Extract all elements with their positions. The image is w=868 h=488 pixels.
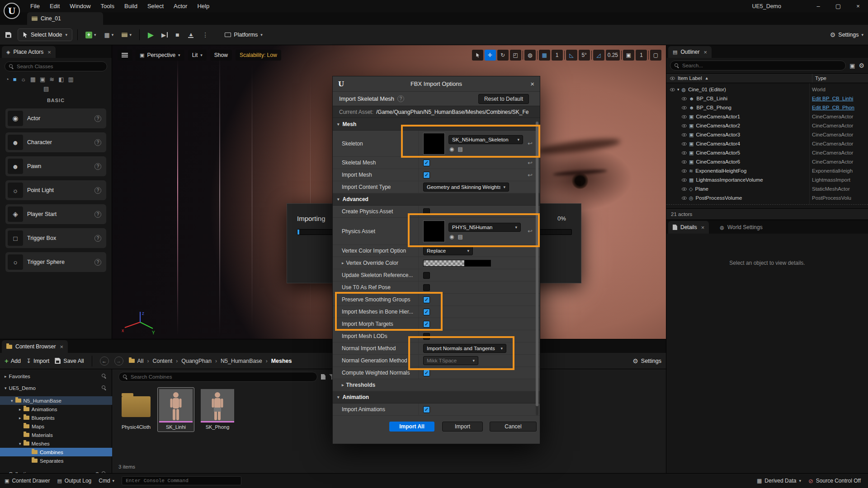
reset-property-icon[interactable]: ↩ [528,172,533,178]
help-icon[interactable]: ? [94,259,101,266]
outliner-row[interactable]: ▣CineCameraActor5CineCameraActor [666,148,868,157]
tab-content-browser[interactable]: Content Browser × [2,340,68,353]
save-icon[interactable] [5,32,11,38]
lit-dropdown[interactable]: Lit ▾ [188,50,207,61]
move-tool-button[interactable]: ✛ [485,50,496,61]
grid-snap-toggle[interactable]: ▦ [539,50,550,61]
vertex-color-import-dropdown[interactable]: Replace▾ [423,246,473,255]
use-selected-icon[interactable]: ◉ [449,146,454,152]
perspective-dropdown[interactable]: ▣ Perspective ▾ [136,50,184,61]
scrollbar-thumb[interactable] [536,122,538,406]
launch-button[interactable]: ▲ [188,32,193,38]
physics-asset-dropdown[interactable]: PHYS_N5Human▾ [448,223,521,232]
recently-placed-icon[interactable]: ◔ [5,76,9,83]
reset-property-icon[interactable]: ↩ [528,160,533,166]
reset-to-default-button[interactable]: Reset to Default [478,94,529,104]
browse-to-asset-icon[interactable]: ▤ [458,146,462,152]
help-icon[interactable]: ? [94,139,101,146]
search-classes-input[interactable] [17,64,103,69]
reset-property-icon[interactable]: ↩ [528,228,533,235]
menu-select[interactable]: Select [142,0,169,12]
window-maximize-icon[interactable]: ▢ [828,0,848,12]
play-options-kebab-icon[interactable]: ⋮ [199,31,211,38]
outliner-row[interactable]: ▣CineCameraActor6CineCameraActor [666,157,868,166]
import-button[interactable]: Import [442,422,483,432]
basic-category-icon[interactable]: ■ [13,76,17,83]
visibility-eye-icon[interactable] [682,197,687,200]
tree-item-separates[interactable]: Separates [0,456,112,465]
help-icon[interactable]: ? [94,163,101,170]
help-icon[interactable]: ? [94,235,101,242]
import-animations-checkbox[interactable] [423,406,430,413]
breadcrumb-content[interactable]: Content [152,358,172,364]
camera-speed-icon[interactable]: ▣ [623,50,634,61]
tree-item-combines[interactable]: Combines [0,448,112,456]
visibility-eye-icon[interactable] [682,169,687,173]
import-meshes-in-bone-hierarchy-checkbox[interactable] [423,309,430,315]
update-skeleton-reference-checkbox[interactable] [423,272,430,279]
asset-search[interactable] [118,372,317,382]
save-all-button[interactable]: Save All [55,358,84,364]
all-classes-icon[interactable]: ▤ [43,85,49,92]
visibility-eye-icon[interactable] [682,115,687,118]
close-icon[interactable]: × [47,49,51,56]
visibility-eye-icon[interactable] [682,124,687,127]
search-icon[interactable] [102,385,107,390]
maximize-viewport-icon[interactable]: ▢ [650,50,661,61]
breadcrumb-all[interactable]: All [137,358,144,364]
close-icon[interactable]: × [703,49,707,56]
breadcrumb-quangphan[interactable]: QuangPhan [181,358,212,364]
outliner-row[interactable]: ◎PostProcessVolumePostProcessVolu [666,193,868,202]
outliner-row[interactable]: ▾◍Cine_01 (Editor)World [666,85,868,94]
close-icon[interactable]: × [701,224,705,231]
tree-item-maps[interactable]: Maps [0,422,112,431]
tree-item-meshes[interactable]: ▾Meshes [0,439,112,448]
import-mesh-lods-checkbox[interactable] [423,333,430,340]
reset-property-icon[interactable]: ↩ [528,140,533,147]
scale-snap-value[interactable]: 0.25 [606,50,620,61]
section-advanced[interactable]: ▾Advanced [333,193,540,206]
add-actor-dropdown[interactable]: + ▾ [83,32,99,38]
section-mesh[interactable]: ▾Mesh [333,118,540,131]
outliner-row[interactable]: ▣CineCameraActor2CineCameraActor [666,121,868,130]
tab-cine-01[interactable]: Cine_01 [27,12,103,25]
derived-data-button[interactable]: ▦ Derived Data ▾ [757,478,801,484]
edit-blueprint-link[interactable]: Edit BP_CB_Phon [812,105,866,110]
menu-tools[interactable]: Tools [96,0,119,12]
camera-speed-value[interactable]: 1 [636,50,647,61]
dialog-scrollbar[interactable] [536,119,538,415]
tree-item-materials[interactable]: Materials [0,431,112,439]
close-icon[interactable]: × [60,343,63,350]
visibility-eye-icon[interactable] [682,97,687,100]
outliner-row[interactable]: ▣CineCameraActor4CineCameraActor [666,139,868,148]
outliner-row[interactable]: ▣CineCameraActor1CineCameraActor [666,112,868,121]
favorites-section[interactable]: ▸ Favorites [0,372,112,380]
place-actor-item[interactable]: □ Trigger Box ? [5,228,106,248]
help-icon[interactable]: ? [94,115,101,122]
menu-help[interactable]: Help [192,0,214,12]
cinematic-icon[interactable]: ▣ [40,76,45,83]
geometry-icon[interactable]: ◧ [58,76,64,83]
breadcrumb-meshes[interactable]: Meshes [271,358,292,364]
outliner-row[interactable]: ▣CineCameraActor3CineCameraActor [666,130,868,139]
window-minimize-icon[interactable]: – [808,0,828,12]
visual-effects-icon[interactable]: ≋ [49,76,54,83]
cinematics-dropdown[interactable]: ▾ [119,33,134,37]
visibility-eye-icon[interactable] [682,106,687,109]
row-thresholds[interactable]: ▸Thresholds [333,379,540,391]
source-control-button[interactable]: ⊘ Source Control Off [808,478,861,484]
rotate-tool-button[interactable]: ↻ [497,50,509,61]
tree-item-animations[interactable]: ▸Animations [0,405,112,413]
column-type[interactable]: Type [812,74,826,83]
output-log-button[interactable]: ▤ Output Log [57,478,91,484]
breadcrumb-n5-humanbase[interactable]: N5_HumanBase [221,358,262,364]
menu-edit[interactable]: Edit [45,0,65,12]
asset-tile-sk-linhi[interactable]: SK_Linhi [157,387,194,432]
content-drawer-button[interactable]: ▣ Content Drawer [5,478,50,484]
settings-dropdown[interactable]: ⚙ Settings ▾ [830,31,863,38]
visibility-eye-icon[interactable] [682,160,687,164]
select-tool-button[interactable] [472,50,483,61]
place-actor-item[interactable]: ☼ Point Light ? [5,180,106,200]
play-button[interactable]: ▶ [145,30,157,40]
scalability-button[interactable]: Scalability: Low [236,50,281,61]
